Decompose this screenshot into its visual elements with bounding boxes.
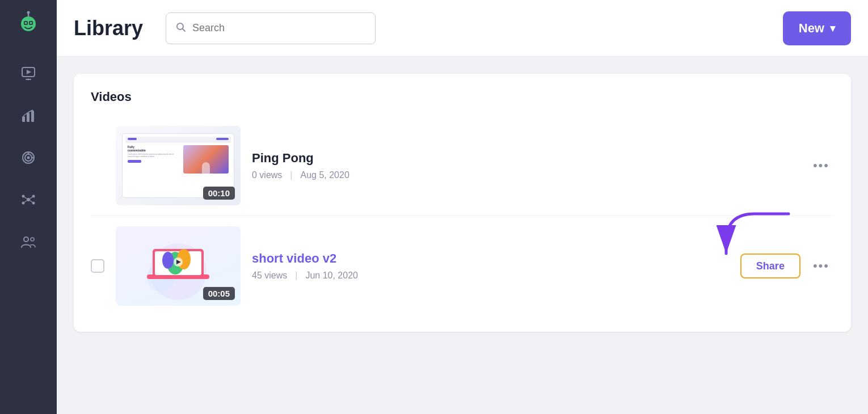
video-meta: 0 views | Aug 5, 2020	[252, 170, 797, 180]
svg-rect-12	[22, 116, 25, 122]
svg-point-20	[32, 195, 35, 198]
svg-marker-11	[27, 70, 31, 74]
page-title: Library	[74, 16, 143, 40]
video-info: Ping Pong 0 views | Aug 5, 2020	[252, 151, 797, 180]
svg-rect-14	[31, 111, 34, 122]
video-title[interactable]: short video v2	[252, 251, 729, 266]
video-date: Aug 5, 2020	[301, 170, 349, 180]
more-options-button[interactable]: •••	[808, 156, 834, 175]
search-icon	[175, 22, 187, 35]
svg-rect-13	[27, 113, 30, 122]
svg-line-24	[30, 197, 33, 199]
table-row: 00:05 short video v2 45 views | Jun 10, …	[91, 216, 834, 316]
sidebar-item-team[interactable]	[16, 229, 41, 254]
table-row: Fullycustomizable Lorem ipsum dolor sit …	[91, 116, 834, 216]
new-button[interactable]: New ▾	[783, 11, 851, 45]
target-icon	[21, 150, 36, 165]
team-icon	[21, 234, 36, 249]
meta-separator: |	[295, 271, 297, 281]
video-thumbnail: 00:05	[116, 226, 241, 306]
sidebar-item-library[interactable]	[16, 61, 41, 86]
library-card: Videos	[74, 74, 851, 332]
svg-point-27	[24, 237, 28, 242]
svg-point-3	[27, 11, 30, 14]
svg-point-17	[27, 157, 30, 159]
video-date: Jun 10, 2020	[305, 271, 358, 281]
meta-separator: |	[290, 170, 292, 180]
view-count: 45 views	[252, 271, 287, 281]
sidebar	[0, 0, 57, 414]
svg-point-6	[25, 22, 27, 24]
sidebar-navigation	[16, 61, 41, 254]
svg-point-22	[32, 202, 35, 205]
share-button[interactable]: Share	[740, 254, 800, 278]
video-duration: 00:05	[203, 287, 235, 300]
search-input[interactable]	[192, 22, 366, 34]
video-duration: 00:10	[203, 187, 235, 200]
svg-line-23	[24, 197, 27, 199]
svg-point-38	[162, 252, 174, 269]
play-icon	[21, 66, 36, 81]
more-options-button[interactable]: •••	[808, 256, 834, 276]
svg-point-19	[22, 195, 25, 198]
row-checkbox[interactable]	[91, 259, 104, 273]
sidebar-item-analytics[interactable]	[16, 103, 41, 128]
svg-point-7	[30, 22, 32, 24]
main-content: Library New ▾ Videos	[57, 0, 868, 414]
svg-point-21	[22, 202, 25, 205]
app-logo	[14, 10, 43, 40]
chart-icon	[21, 108, 36, 123]
chevron-down-icon: ▾	[830, 22, 835, 35]
row-actions: •••	[808, 156, 834, 175]
svg-line-30	[183, 28, 186, 31]
network-icon	[21, 192, 36, 207]
svg-line-25	[24, 201, 27, 202]
section-title: Videos	[91, 90, 834, 104]
header: Library New ▾	[57, 0, 868, 57]
svg-line-26	[30, 201, 33, 202]
sidebar-item-targeting[interactable]	[16, 145, 41, 170]
video-thumbnail: Fullycustomizable Lorem ipsum dolor sit …	[116, 126, 241, 205]
row-actions: Share •••	[740, 254, 834, 278]
video-title: Ping Pong	[252, 151, 797, 166]
search-box[interactable]	[166, 12, 376, 44]
svg-point-28	[31, 238, 34, 241]
view-count: 0 views	[252, 170, 282, 180]
sidebar-item-connections[interactable]	[16, 187, 41, 212]
video-info: short video v2 45 views | Jun 10, 2020	[252, 251, 729, 281]
video-meta: 45 views | Jun 10, 2020	[252, 271, 729, 281]
content-area: Videos	[57, 57, 868, 414]
